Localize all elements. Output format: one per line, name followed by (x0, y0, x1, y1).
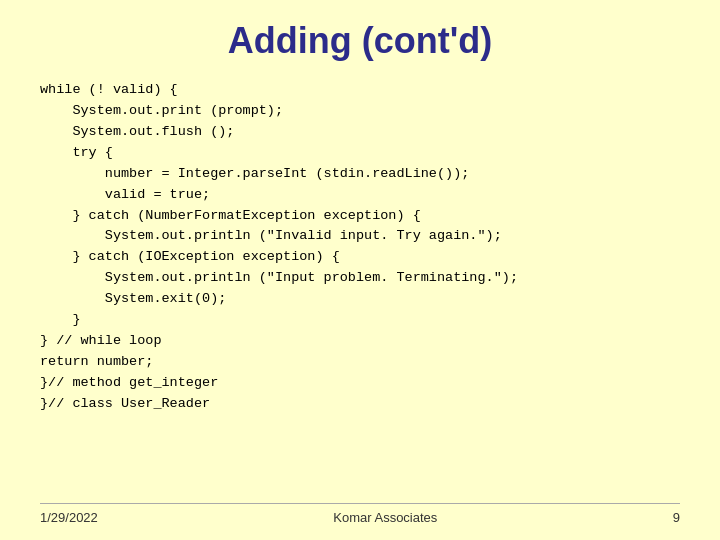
footer-company: Komar Associates (333, 510, 437, 525)
code-line: System.out.println ("Input problem. Term… (40, 268, 680, 289)
code-line: } catch (IOException exception) { (40, 247, 680, 268)
code-line: try { (40, 143, 680, 164)
code-line: number = Integer.parseInt (stdin.readLin… (40, 164, 680, 185)
code-line: }// class User_Reader (40, 394, 680, 415)
slide-title: Adding (cont'd) (40, 20, 680, 62)
code-line: valid = true; (40, 185, 680, 206)
code-line: System.out.flush (); (40, 122, 680, 143)
code-line: } (40, 310, 680, 331)
code-line: while (! valid) { (40, 80, 680, 101)
code-line: }// method get_integer (40, 373, 680, 394)
footer-date: 1/29/2022 (40, 510, 98, 525)
code-line: } catch (NumberFormatException exception… (40, 206, 680, 227)
code-line: return number; (40, 352, 680, 373)
code-line: } // while loop (40, 331, 680, 352)
footer: 1/29/2022 Komar Associates 9 (40, 503, 680, 525)
slide: Adding (cont'd) while (! valid) { System… (0, 0, 720, 540)
code-line: System.out.print (prompt); (40, 101, 680, 122)
code-line: System.exit(0); (40, 289, 680, 310)
footer-page: 9 (673, 510, 680, 525)
code-line: System.out.println ("Invalid input. Try … (40, 226, 680, 247)
code-block: while (! valid) { System.out.print (prom… (40, 80, 680, 495)
